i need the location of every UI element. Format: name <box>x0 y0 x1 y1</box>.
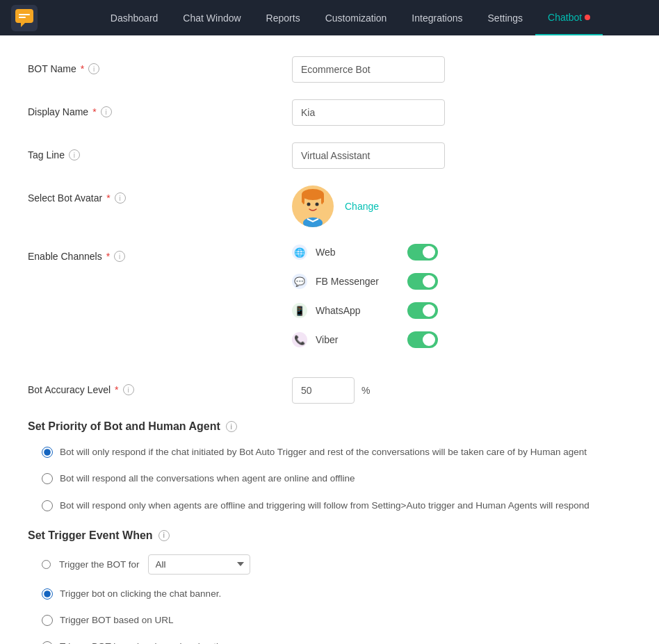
bot-name-input[interactable] <box>292 56 445 83</box>
nav-integrations[interactable]: Integrations <box>399 0 475 35</box>
change-avatar-link[interactable]: Change <box>345 201 379 212</box>
accuracy-section: Bot Accuracy Level * i % <box>28 377 631 404</box>
avatar-section: Select Bot Avatar * i <box>28 185 631 227</box>
priority-info-icon[interactable]: i <box>226 421 237 432</box>
avatar-required: * <box>106 192 110 204</box>
trigger-select[interactable]: All New Visitors Returning Visitors <box>148 554 250 575</box>
channels-label: Enable Channels * i <box>28 251 292 262</box>
channels-section: Enable Channels * i 🌐 Web 💬 FB Messenger <box>28 244 631 361</box>
bot-name-required: * <box>81 63 84 74</box>
priority-radio-1[interactable] <box>42 447 53 458</box>
priority-label-2: Bot will respond all the conversations w… <box>60 472 355 486</box>
svg-point-9 <box>307 203 311 206</box>
bot-name-info-icon[interactable]: i <box>88 63 99 74</box>
priority-radio-3[interactable] <box>42 500 53 511</box>
nav-chat-window[interactable]: Chat Window <box>170 0 253 35</box>
tagline-label-col: Tag Line i <box>28 142 292 160</box>
trigger-radio-3[interactable] <box>42 615 53 626</box>
bot-name-label: BOT Name * i <box>28 63 292 74</box>
svg-point-10 <box>316 203 319 206</box>
tagline-section: Tag Line i <box>28 142 631 169</box>
trigger-info-icon[interactable]: i <box>158 530 170 541</box>
nav-customization[interactable]: Customization <box>313 0 400 35</box>
fb-toggle[interactable] <box>407 273 438 290</box>
nav-links: Dashboard Chat Window Reports Customizat… <box>53 0 648 35</box>
accuracy-input-col: % <box>292 377 631 404</box>
nav-reports[interactable]: Reports <box>254 0 313 35</box>
channels-required: * <box>106 251 110 262</box>
priority-radio-group: Bot will only respond if the chat initia… <box>28 445 631 513</box>
accuracy-label-col: Bot Accuracy Level * i <box>28 377 292 395</box>
bot-name-input-col <box>292 56 631 83</box>
web-icon: 🌐 <box>292 245 307 260</box>
channels-col: 🌐 Web 💬 FB Messenger 📱 WhatsApp <box>292 244 631 361</box>
channel-viber: 📞 Viber <box>292 331 631 348</box>
accuracy-row: % <box>292 377 631 404</box>
nav-dashboard[interactable]: Dashboard <box>98 0 171 35</box>
viber-icon: 📞 <box>292 332 307 347</box>
display-name-required: * <box>92 106 96 117</box>
tagline-input[interactable] <box>292 142 445 169</box>
bot-name-label-col: BOT Name * i <box>28 56 292 74</box>
tagline-info-icon[interactable]: i <box>69 149 80 160</box>
avatar-info-icon[interactable]: i <box>115 192 126 204</box>
trigger-option-4[interactable]: Trigger BOT based on browsing duration <box>42 640 631 644</box>
viber-channel-label: Viber <box>316 334 399 345</box>
channel-fb: 💬 FB Messenger <box>292 273 631 290</box>
avatar-label: Select Bot Avatar * i <box>28 192 292 204</box>
accuracy-input[interactable] <box>292 377 355 404</box>
svg-rect-1 <box>19 14 30 15</box>
channels-info-icon[interactable]: i <box>114 251 125 262</box>
trigger-option-1: Trigger the BOT for All New Visitors Ret… <box>42 554 631 575</box>
whatsapp-icon: 📱 <box>292 303 307 318</box>
priority-label-3: Bot will respond only when agents are of… <box>60 499 589 513</box>
accuracy-info-icon[interactable]: i <box>123 384 134 395</box>
tagline-label: Tag Line i <box>28 149 292 160</box>
display-name-info-icon[interactable]: i <box>101 106 112 117</box>
avatar-picker: Change <box>292 185 631 227</box>
trigger-label-3: Trigger BOT based on URL <box>60 613 174 627</box>
svg-point-7 <box>299 202 303 208</box>
app-logo <box>11 4 39 32</box>
nav-settings[interactable]: Settings <box>475 0 536 35</box>
fb-icon: 💬 <box>292 274 307 289</box>
web-channel-label: Web <box>316 247 399 258</box>
main-content: BOT Name * i Display Name * i Tag Line i <box>0 35 659 644</box>
svg-rect-2 <box>19 17 26 18</box>
whatsapp-channel-label: WhatsApp <box>316 305 399 316</box>
nav-chatbot[interactable]: Chatbot <box>535 0 603 35</box>
chatbot-active-dot <box>585 15 590 20</box>
bot-name-section: BOT Name * i <box>28 56 631 83</box>
trigger-label-1: Trigger the BOT for <box>59 559 140 570</box>
trigger-label-4: Trigger BOT based on browsing duration <box>60 640 229 644</box>
trigger-section-title: Set Trigger Event When i <box>28 529 631 542</box>
trigger-option-3[interactable]: Trigger BOT based on URL <box>42 613 631 627</box>
avatar-label-col: Select Bot Avatar * i <box>28 185 292 204</box>
display-name-label-col: Display Name * i <box>28 99 292 117</box>
priority-option-1[interactable]: Bot will only respond if the chat initia… <box>42 445 631 459</box>
accuracy-unit: % <box>361 385 370 396</box>
priority-option-3[interactable]: Bot will respond only when agents are of… <box>42 499 631 513</box>
viber-toggle[interactable] <box>407 331 438 348</box>
display-name-label: Display Name * i <box>28 106 292 117</box>
whatsapp-toggle[interactable] <box>407 302 438 319</box>
priority-option-2[interactable]: Bot will respond all the conversations w… <box>42 472 631 486</box>
channel-web: 🌐 Web <box>292 244 631 261</box>
priority-radio-2[interactable] <box>42 473 53 484</box>
trigger-radio-1[interactable] <box>42 560 51 569</box>
trigger-option-2[interactable]: Trigger bot on clicking the chat banner. <box>42 587 631 601</box>
trigger-label-2: Trigger bot on clicking the chat banner. <box>60 587 221 601</box>
fb-channel-label: FB Messenger <box>316 276 399 287</box>
svg-point-4 <box>302 189 324 200</box>
trigger-radio-2[interactable] <box>42 588 53 600</box>
priority-section-title: Set Priority of Bot and Human Agent i <box>28 420 631 433</box>
accuracy-required: * <box>115 384 118 395</box>
trigger-radio-group: Trigger the BOT for All New Visitors Ret… <box>28 554 631 644</box>
accuracy-label: Bot Accuracy Level * i <box>28 384 292 395</box>
priority-label-1: Bot will only respond if the chat initia… <box>60 445 587 459</box>
display-name-input[interactable] <box>292 99 445 126</box>
avatar <box>292 185 334 227</box>
web-toggle[interactable] <box>407 244 438 261</box>
display-name-input-col <box>292 99 631 126</box>
trigger-radio-4[interactable] <box>42 641 53 644</box>
